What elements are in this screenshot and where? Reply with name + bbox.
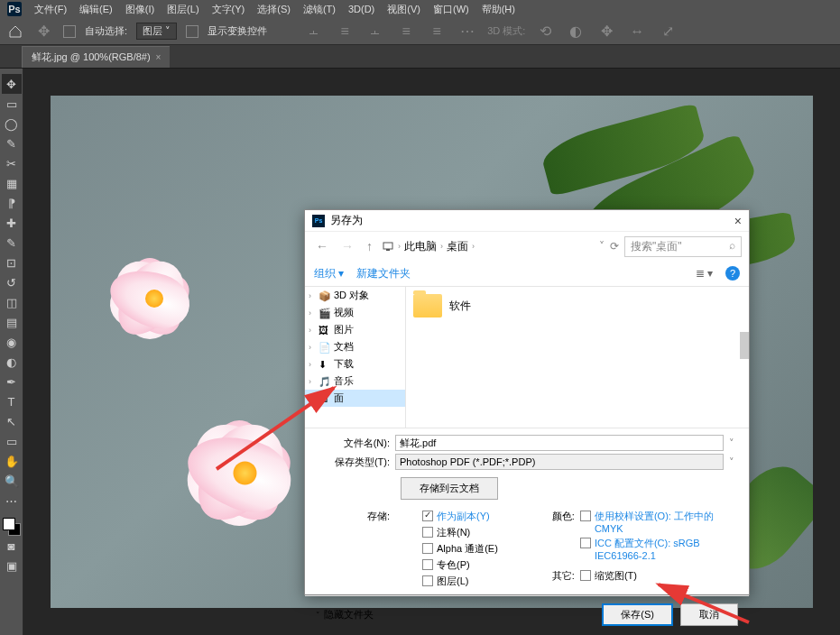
- hide-folders-toggle[interactable]: ˅隐藏文件夹: [316, 608, 374, 621]
- scrollbar-handle[interactable]: [740, 332, 749, 359]
- auto-select-checkbox[interactable]: [63, 25, 76, 38]
- auto-select-label: 自动选择:: [85, 24, 127, 38]
- fg-color-swatch[interactable]: [3, 518, 15, 530]
- menu-edit[interactable]: 编辑(E): [79, 3, 113, 16]
- align-right-icon[interactable]: ⫠: [365, 21, 386, 42]
- gradient-tool[interactable]: ▤: [2, 312, 22, 332]
- tree-item-video[interactable]: ›🎬视频: [305, 304, 405, 321]
- close-tab-icon[interactable]: ×: [156, 52, 162, 62]
- breadcrumb[interactable]: › 此电脑 › 桌面 ›: [382, 239, 594, 254]
- menu-image[interactable]: 图像(I): [125, 3, 154, 16]
- save-to-cloud-button[interactable]: 存储到云文档: [401, 477, 498, 500]
- history-brush-tool[interactable]: ↺: [2, 272, 22, 292]
- proof-checkbox[interactable]: [580, 511, 591, 521]
- marquee-tool[interactable]: ▭: [2, 94, 22, 114]
- file-list[interactable]: 软件: [406, 287, 749, 428]
- 3d-slide-icon[interactable]: ↔: [626, 21, 648, 42]
- color-swatch[interactable]: [3, 518, 21, 536]
- eraser-tool[interactable]: ◫: [2, 292, 22, 312]
- list-item[interactable]: 软件: [413, 294, 742, 318]
- align-left-icon[interactable]: ⫠: [303, 21, 325, 42]
- menu-select[interactable]: 选择(S): [257, 3, 291, 16]
- quick-select-tool[interactable]: ✎: [2, 133, 22, 153]
- chevron-down-icon: ˅: [316, 611, 320, 620]
- crop-tool[interactable]: ✂: [2, 153, 22, 173]
- type-tool[interactable]: T: [2, 391, 22, 411]
- stamp-tool[interactable]: ⊡: [2, 253, 22, 272]
- organize-button[interactable]: 组织 ▾: [314, 266, 344, 281]
- save-button[interactable]: 保存(S): [602, 603, 673, 626]
- 3d-orbit-icon[interactable]: ⟲: [534, 21, 556, 42]
- healing-tool[interactable]: ✚: [2, 213, 22, 233]
- home-icon[interactable]: [7, 23, 23, 40]
- tree-item-3d[interactable]: ›📦3D 对象: [305, 287, 405, 304]
- lasso-tool[interactable]: ◯: [2, 114, 22, 133]
- forward-icon[interactable]: →: [337, 239, 357, 253]
- document-tab[interactable]: 鲜花.jpg @ 100%(RGB/8#) ×: [22, 46, 170, 68]
- icc-checkbox[interactable]: [580, 538, 591, 548]
- quick-mask-tool[interactable]: ◙: [2, 536, 22, 556]
- edit-toolbar[interactable]: ⋯: [2, 491, 22, 511]
- 3d-roll-icon[interactable]: ◐: [565, 21, 586, 42]
- shape-tool[interactable]: ▭: [2, 431, 22, 451]
- cancel-button[interactable]: 取消: [680, 603, 738, 626]
- brush-tool[interactable]: ✎: [2, 233, 22, 253]
- 3d-pan-icon[interactable]: ✥: [595, 21, 617, 42]
- ps-logo-icon: Ps: [7, 2, 22, 16]
- help-icon[interactable]: ?: [725, 266, 740, 281]
- auto-select-dropdown[interactable]: 图层 ˅: [136, 23, 177, 40]
- menu-file[interactable]: 文件(F): [34, 3, 67, 16]
- chevron-down-icon[interactable]: ˅: [724, 456, 740, 468]
- view-mode-button[interactable]: ≣ ▾: [696, 267, 713, 280]
- tree-item-downloads[interactable]: ›⬇下载: [305, 355, 405, 373]
- show-transform-label: 显示变换控件: [208, 24, 267, 38]
- screen-mode-tool[interactable]: ▣: [2, 556, 22, 575]
- as-copy-checkbox[interactable]: [422, 511, 433, 521]
- show-transform-checkbox[interactable]: [186, 25, 198, 38]
- path-seg[interactable]: 此电脑: [404, 239, 437, 254]
- filetype-dropdown[interactable]: Photoshop PDF (*.PDF;*.PDP): [395, 454, 724, 470]
- menu-window[interactable]: 窗口(W): [433, 3, 469, 16]
- path-select-tool[interactable]: ↖: [2, 411, 22, 431]
- new-folder-button[interactable]: 新建文件夹: [356, 266, 411, 281]
- more-menu-icon[interactable]: ⋯: [457, 21, 478, 42]
- dodge-tool[interactable]: ◐: [2, 352, 22, 372]
- tree-item-documents[interactable]: ›📄文档: [305, 338, 405, 355]
- notes-checkbox[interactable]: [422, 527, 433, 538]
- search-input[interactable]: 搜索"桌面"⌕: [624, 236, 742, 257]
- filename-input[interactable]: [395, 435, 724, 451]
- refresh-icon[interactable]: ⟳: [610, 240, 619, 253]
- move-tool[interactable]: ✥: [2, 74, 22, 94]
- menu-3d[interactable]: 3D(D): [348, 4, 374, 14]
- align-center-icon[interactable]: ≡: [334, 21, 355, 42]
- menu-type[interactable]: 文字(Y): [212, 3, 245, 16]
- blur-tool[interactable]: ◉: [2, 332, 22, 352]
- 3d-scale-icon[interactable]: ⤢: [657, 21, 678, 42]
- back-icon[interactable]: ←: [312, 239, 332, 253]
- path-seg[interactable]: 桌面: [447, 239, 468, 254]
- tree-item-music[interactable]: ›🎵音乐: [305, 373, 405, 390]
- hand-tool[interactable]: ✋: [2, 451, 22, 471]
- alpha-checkbox[interactable]: [422, 543, 433, 554]
- distribute-2-icon[interactable]: ≡: [426, 21, 448, 42]
- pen-tool[interactable]: ✒: [2, 372, 22, 391]
- notes-label: 注释(N): [437, 526, 470, 539]
- spot-checkbox[interactable]: [422, 559, 433, 570]
- menu-filter[interactable]: 滤镜(T): [303, 3, 336, 16]
- menu-layer[interactable]: 图层(L): [167, 3, 198, 16]
- thumb-checkbox[interactable]: [580, 570, 591, 581]
- up-icon[interactable]: ↑: [363, 239, 376, 253]
- frame-tool[interactable]: ▦: [2, 173, 22, 193]
- close-icon[interactable]: ×: [734, 214, 742, 228]
- chevron-down-icon[interactable]: ˅: [724, 437, 740, 449]
- distribute-1-icon[interactable]: ≡: [395, 21, 417, 42]
- menu-bar: Ps 文件(F) 编辑(E) 图像(I) 图层(L) 文字(Y) 选择(S) 滤…: [0, 0, 840, 18]
- tree-item-desktop[interactable]: ›🖥面: [305, 390, 405, 407]
- zoom-tool[interactable]: 🔍: [2, 471, 22, 491]
- layers-checkbox[interactable]: [422, 575, 433, 586]
- tree-item-pictures[interactable]: ›🖼图片: [305, 321, 405, 338]
- menu-view[interactable]: 视图(V): [387, 3, 420, 16]
- pc-icon: [382, 240, 394, 253]
- menu-help[interactable]: 帮助(H): [482, 3, 515, 16]
- eyedropper-tool[interactable]: ⁋: [2, 193, 22, 213]
